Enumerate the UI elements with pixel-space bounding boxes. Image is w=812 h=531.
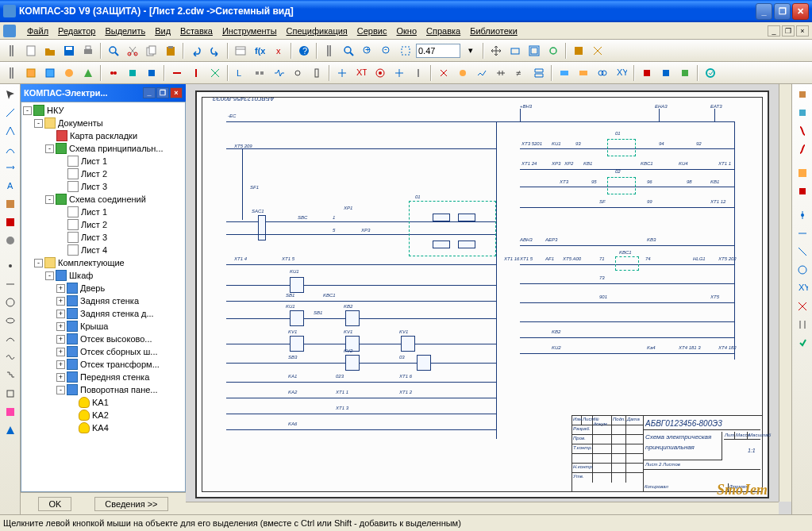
rtool-10[interactable] [794,261,811,279]
tree-ok-button[interactable]: OK [38,497,71,511]
refresh-button[interactable] [545,42,562,60]
tool-e34[interactable] [702,64,719,82]
menu-tools[interactable]: Инструменты [217,25,282,37]
tree-ka2[interactable]: KA2 [23,409,183,421]
tree-list4[interactable]: Лист 4 [23,244,183,256]
grip-icon[interactable] [3,42,21,60]
preview-button[interactable] [105,42,122,60]
menu-service[interactable]: Сервис [352,25,392,37]
zoom-all-button[interactable] [525,42,543,60]
rtool-8[interactable] [794,225,811,242]
tool-e19[interactable] [391,64,408,82]
copy-button[interactable] [143,42,160,60]
tool-e23[interactable] [473,64,491,82]
tool-e27[interactable] [556,64,573,82]
tool-e25[interactable]: ≠ [511,64,529,82]
tree-dver[interactable]: +Дверь [23,282,183,294]
tool-e3[interactable] [60,64,78,82]
tool-e2[interactable] [41,64,59,82]
menu-editor[interactable]: Редактор [53,25,100,37]
canvas-area[interactable]: АБВГ0123456-800Э3 -EC +BH3 EHA3 EAT3 XT5… [186,84,791,514]
tree-otsek-sborn[interactable]: +Отсек сборных ш... [23,345,183,358]
tree-close[interactable]: × [170,87,183,98]
zoom-in-button[interactable]: + [359,42,376,60]
ltool-3[interactable] [2,122,19,140]
tree-list3a[interactable]: Лист 3 [23,180,183,193]
tool-e12[interactable] [251,64,268,82]
mdi-minimize[interactable]: _ [768,25,780,37]
tool-e26[interactable] [530,64,548,82]
tree-minimize[interactable]: _ [143,87,156,98]
tool-e9[interactable] [187,64,205,82]
tree-schema-soed[interactable]: -Схема соединений [23,193,183,206]
ltool-18[interactable] [2,403,19,421]
tree-pered-stenka[interactable]: +Передняя стенка [23,371,183,383]
tree-ka4[interactable]: KA4 [23,421,183,434]
tree-shkaf[interactable]: -Шкаф [23,269,183,282]
zoom-fit-button[interactable] [340,42,357,60]
menu-file[interactable]: Файл [22,25,53,37]
menu-view[interactable]: Вид [150,25,175,37]
rtool-4[interactable] [794,140,811,158]
rtool-3[interactable] [794,122,811,140]
ltool-4[interactable] [2,140,19,158]
ltool-1[interactable] [2,86,19,103]
tool-e14[interactable] [289,64,306,82]
rtool-6[interactable] [794,183,811,200]
tree-otsek-transf[interactable]: +Отсек трансформ... [23,358,183,371]
tool-e16[interactable] [333,64,351,82]
tool-e7[interactable] [143,64,160,82]
tool-e6[interactable] [124,64,141,82]
tool-e33[interactable] [676,64,694,82]
zoom-out-button[interactable]: - [378,42,395,60]
ltool-19[interactable] [2,421,19,439]
tree-list3b[interactable]: Лист 3 [23,231,183,244]
zoom-dropdown[interactable]: ▾ [462,42,479,60]
tree-karta[interactable]: Карта раскладки [23,129,183,142]
tool-e28[interactable] [575,64,592,82]
rtool-12[interactable] [794,298,811,315]
tool-e29[interactable] [594,64,611,82]
render-button[interactable] [570,42,587,60]
mdi-restore[interactable]: ❐ [782,25,795,37]
tool-e4[interactable] [79,64,97,82]
tree-list2b[interactable]: Лист 2 [23,218,183,231]
undo-button[interactable] [187,42,205,60]
ltool-14[interactable] [2,330,19,348]
maximize-button[interactable]: ❐ [774,3,791,20]
tree-povorot[interactable]: -Поворотная пане... [23,383,183,396]
tool-e22[interactable] [454,64,471,82]
ltool-6[interactable]: A [2,177,19,194]
tool-e18[interactable] [371,64,389,82]
ltool-11[interactable] [2,275,19,293]
fx-button[interactable]: f(x) [251,42,268,60]
open-button[interactable] [41,42,59,60]
tool-e13[interactable] [270,64,287,82]
zoom-input[interactable] [416,44,460,58]
tree-root[interactable]: -НКУ [23,104,183,117]
menu-libraries[interactable]: Библиотеки [465,25,522,37]
tool-e30[interactable]: XY [613,64,630,82]
tool-e24[interactable] [492,64,510,82]
ltool-7[interactable] [2,195,19,213]
ltool-17[interactable] [2,385,19,402]
rtool-9[interactable] [794,243,811,260]
grip-icon[interactable] [3,64,21,82]
ltool-10[interactable] [2,257,19,275]
ltool-15[interactable] [2,348,19,366]
vars-button[interactable]: x [270,42,287,60]
tool-e17[interactable]: XT [352,64,370,82]
ltool-12[interactable] [2,294,19,311]
tree-list1a[interactable]: Лист 1 [23,155,183,167]
menu-help[interactable]: Справка [421,25,465,37]
ltool-2[interactable] [2,104,19,121]
rtool-14[interactable] [794,334,811,352]
grip-icon[interactable] [321,42,338,60]
tree-body[interactable]: -НКУ -Документы Карта раскладки -Схема п… [21,102,186,492]
tree-komplekt[interactable]: -Комплектующие [23,256,183,269]
tree-krysha[interactable]: +Крыша [23,320,183,333]
ltool-16[interactable] [2,367,19,384]
tool-e20[interactable] [410,64,427,82]
tool-e1[interactable] [22,64,40,82]
redo-button[interactable] [206,42,224,60]
